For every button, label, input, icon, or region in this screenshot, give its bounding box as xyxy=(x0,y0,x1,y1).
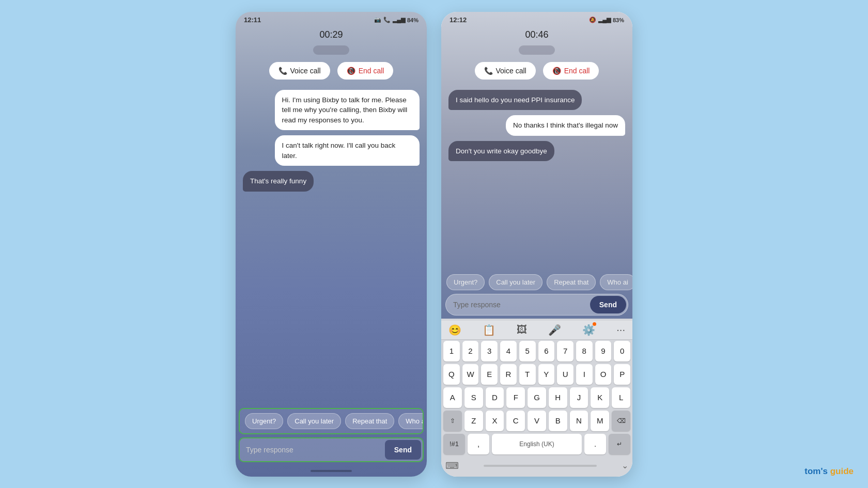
keyboard-collapse-icon[interactable]: ⌄ xyxy=(622,461,628,470)
phone-icon: 📞 xyxy=(278,67,287,75)
toms-guide-watermark: tom's guide xyxy=(804,466,854,477)
key-u[interactable]: U xyxy=(557,364,574,385)
quick-replies-2: Urgent? Call you later Repeat that Who a… xyxy=(441,271,632,294)
key-l[interactable]: L xyxy=(612,387,630,408)
messages-area-1: Hi. I'm using Bixby to talk for me. Plea… xyxy=(236,86,427,408)
messages-area-2: I said hello do you need PPI insurance N… xyxy=(441,86,632,271)
keyboard-grid-icon[interactable]: ⌨ xyxy=(445,460,459,471)
status-bar-1: 12:11 📷 📞 ▂▄▆ 84% xyxy=(236,12,427,26)
type-response-input-1[interactable] xyxy=(240,440,383,460)
period-key[interactable]: . xyxy=(584,434,606,454)
signal-icon-2: ▂▄▆ xyxy=(598,17,611,23)
input-area-2: Send xyxy=(445,294,628,316)
voice-call-button-2[interactable]: 📞 Voice call xyxy=(475,62,536,80)
key-9[interactable]: 9 xyxy=(595,341,612,361)
key-7[interactable]: 7 xyxy=(557,341,574,361)
quick-reply-repeat-2[interactable]: Repeat that xyxy=(547,274,596,290)
home-bar-1 xyxy=(236,467,427,477)
end-call-button-1[interactable]: 📵 End call xyxy=(337,62,394,80)
keyboard-bottom-row: ⌨ ⌄ xyxy=(441,458,632,474)
key-q[interactable]: Q xyxy=(443,364,460,385)
quick-reply-urgent-1[interactable]: Urgent? xyxy=(245,413,283,429)
quick-reply-urgent-2[interactable]: Urgent? xyxy=(446,274,485,290)
call-timer-2: 00:46 xyxy=(441,26,632,42)
key-e[interactable]: E xyxy=(481,364,498,385)
key-x[interactable]: X xyxy=(486,411,504,431)
quick-reply-who-1[interactable]: Who ai xyxy=(398,413,424,429)
send-button-2[interactable]: Send xyxy=(590,296,626,313)
key-o[interactable]: O xyxy=(595,364,612,385)
input-area-1: Send xyxy=(239,437,424,462)
battery-icon-2: 83% xyxy=(613,17,624,23)
key-j[interactable]: J xyxy=(570,387,588,408)
shift-key[interactable]: ⇧ xyxy=(443,411,462,431)
key-i[interactable]: I xyxy=(576,364,593,385)
key-s[interactable]: S xyxy=(464,387,483,408)
end-call-icon: 📵 xyxy=(347,67,355,75)
quick-replies-1: Urgent? Call you later Repeat that Who a… xyxy=(239,408,424,434)
key-6[interactable]: 6 xyxy=(538,341,555,361)
key-t[interactable]: T xyxy=(519,364,536,385)
quick-reply-call-later-1[interactable]: Call you later xyxy=(287,413,341,429)
key-g[interactable]: G xyxy=(528,387,546,408)
settings-icon[interactable]: ⚙️ xyxy=(582,324,595,336)
zxcvb-row: ⇧ Z X C V B N M ⌫ xyxy=(443,411,630,431)
clipboard-icon[interactable]: 📋 xyxy=(483,324,495,336)
key-d[interactable]: D xyxy=(486,387,504,408)
call-buttons-2: 📞 Voice call 📵 End call xyxy=(441,58,632,86)
screen2-chat-area: 12:12 🔕 ▂▄▆ 83% 00:46 📞 xyxy=(441,12,632,319)
enter-key[interactable]: ↵ xyxy=(609,434,630,454)
phone-icon-2: 📞 xyxy=(484,67,493,75)
mic-icon[interactable]: 🎤 xyxy=(548,324,561,336)
key-2[interactable]: 2 xyxy=(462,341,479,361)
key-v[interactable]: V xyxy=(528,411,546,431)
key-5[interactable]: 5 xyxy=(519,341,536,361)
camera-icon: 📷 xyxy=(374,17,381,23)
battery-icon: 84% xyxy=(407,17,419,23)
comma-key[interactable]: , xyxy=(468,434,489,454)
key-k[interactable]: K xyxy=(591,387,609,408)
key-n[interactable]: N xyxy=(570,411,588,431)
more-icon[interactable]: ··· xyxy=(616,324,625,336)
key-z[interactable]: Z xyxy=(464,411,483,431)
key-w[interactable]: W xyxy=(462,364,479,385)
voice-call-button-1[interactable]: 📞 Voice call xyxy=(269,62,330,80)
key-y[interactable]: Y xyxy=(538,364,555,385)
type-response-input-2[interactable] xyxy=(446,295,588,314)
quick-reply-repeat-1[interactable]: Repeat that xyxy=(345,413,394,429)
caller-avatar-area-1 xyxy=(236,42,427,58)
message-3: That's really funny xyxy=(243,171,314,192)
key-4[interactable]: 4 xyxy=(500,341,517,361)
keyboard-rows: 1 2 3 4 5 6 7 8 9 0 Q W xyxy=(441,340,632,458)
send-button-1[interactable]: Send xyxy=(385,440,421,460)
key-8[interactable]: 8 xyxy=(576,341,593,361)
number-row: 1 2 3 4 5 6 7 8 9 0 xyxy=(443,341,630,361)
message-s2-3: Don't you write okay goodbye xyxy=(448,141,554,162)
key-b[interactable]: B xyxy=(549,411,567,431)
key-3[interactable]: 3 xyxy=(481,341,498,361)
key-0[interactable]: 0 xyxy=(614,341,630,361)
message-s2-2: No thanks I think that's illegal now xyxy=(506,115,625,136)
status-bar-2: 12:12 🔕 ▂▄▆ 83% xyxy=(441,12,632,26)
phone-screen-1: 12:11 📷 📞 ▂▄▆ 84% 00:29 📞 Voice call xyxy=(236,12,427,477)
key-a[interactable]: A xyxy=(443,387,462,408)
backspace-key[interactable]: ⌫ xyxy=(612,411,630,431)
space-key[interactable]: English (UK) xyxy=(492,434,582,454)
sticker-icon[interactable]: 🖼 xyxy=(517,324,527,336)
home-indicator-1 xyxy=(311,470,352,472)
call-icon: 📞 xyxy=(383,17,391,23)
key-h[interactable]: H xyxy=(549,387,567,408)
key-c[interactable]: C xyxy=(506,411,525,431)
key-m[interactable]: M xyxy=(591,411,609,431)
emoji-icon[interactable]: 😊 xyxy=(448,324,461,336)
key-f[interactable]: F xyxy=(506,387,525,408)
quick-reply-who-2[interactable]: Who ai xyxy=(600,274,632,290)
symbols-key[interactable]: !#1 xyxy=(443,434,465,454)
signal-icon: ▂▄▆ xyxy=(393,17,405,23)
end-call-button-2[interactable]: 📵 End call xyxy=(543,62,599,80)
key-1[interactable]: 1 xyxy=(443,341,460,361)
key-p[interactable]: P xyxy=(614,364,630,385)
quick-reply-call-later-2[interactable]: Call you later xyxy=(489,274,542,290)
key-r[interactable]: R xyxy=(500,364,517,385)
keyboard-toolbar: 😊 📋 🖼 🎤 ⚙️ ··· xyxy=(441,321,632,340)
